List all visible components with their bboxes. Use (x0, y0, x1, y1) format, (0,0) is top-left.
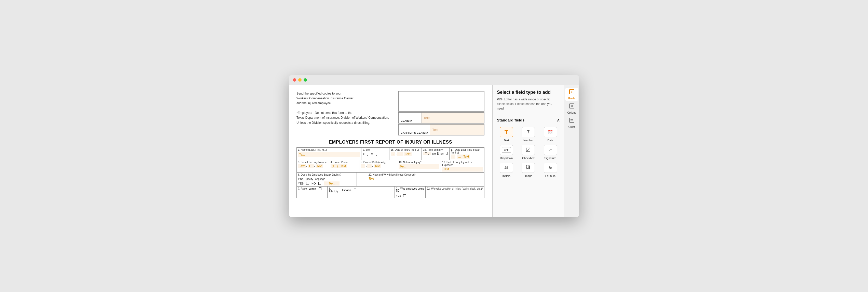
yes-checkbox[interactable] (306, 182, 309, 185)
dropdown-label: Dropdown (500, 156, 513, 159)
initials-icon: JS (500, 162, 513, 173)
minimize-button[interactable] (298, 78, 302, 81)
dropdown-icon: ≡▼ (500, 145, 513, 155)
field-type-text[interactable]: T Text (497, 127, 516, 142)
sex-m-label: M (371, 153, 373, 156)
phone-cell: 4. Home Phone (T...) Text (329, 160, 360, 172)
was-employee-yes: YES (396, 194, 401, 197)
claim-number-label: CLAIM # (399, 113, 422, 123)
formula-label: Formula (545, 174, 556, 177)
field-type-date[interactable]: 📅 Date (541, 127, 560, 142)
name-value: Text (299, 153, 305, 156)
ssn-val1[interactable]: Text (298, 164, 306, 168)
formula-icon: fx (544, 162, 557, 173)
instructions-text: Send the specified copies to your Worker… (297, 91, 393, 125)
was-employee-label: 21. Was employee doing his (396, 187, 424, 193)
phone-num[interactable]: Text (339, 164, 347, 168)
field-type-number[interactable]: 7 Number (519, 127, 538, 142)
text-icon: T (500, 127, 513, 137)
checkbox-icon: ☑ (522, 145, 535, 155)
name-label: 1. Name (Last, First, M.I.) (298, 148, 360, 151)
dob-val3[interactable]: Text (374, 164, 381, 168)
date-icon: 📅 (544, 127, 557, 137)
yes-label: YES (298, 182, 304, 185)
svg-rect-2 (569, 104, 574, 108)
date-lost-val3[interactable]: Text (462, 154, 470, 158)
field-type-signature[interactable]: ↗ Signature (541, 145, 560, 159)
ssn-val2[interactable]: T... (308, 164, 314, 168)
hispanic-label: Hispanic (341, 189, 351, 192)
nature-injury-value: Text (400, 165, 405, 168)
field-type-checkbox[interactable]: ☑ Checkbox (519, 145, 538, 159)
checkbox-label: Checkbox (522, 156, 535, 159)
inst-line6: Texas Department of Insurance, Division … (297, 116, 389, 119)
claim-number-field[interactable]: Text (422, 113, 484, 123)
nav-order[interactable]: Order (565, 116, 579, 130)
race-white-checkbox[interactable] (319, 187, 321, 190)
nature-injury-cell: 18. Nature of Injury* Text (397, 160, 441, 172)
close-button[interactable] (293, 78, 296, 81)
carrier-claim-field[interactable]: Text (430, 124, 484, 135)
form-row-2: 3. Social Security Number Text - T... - … (297, 160, 484, 173)
sidebar-description: PDF Editor has a wide range of specific … (497, 97, 560, 111)
claim-number-row: CLAIM # Text (398, 112, 485, 123)
phone-area[interactable]: (T...) (331, 164, 339, 168)
dob-val1[interactable]: ... (361, 164, 365, 168)
phone-label: 4. Home Phone (331, 161, 358, 164)
was-employee-yes-checkbox[interactable] (403, 194, 406, 197)
sex-f-label: F (363, 153, 365, 156)
hispanic-checkbox[interactable] (354, 189, 356, 191)
am-label: am (432, 152, 436, 155)
date-lost-cell: 17. Date Lost Time Began (m-d-y) ... - .… (450, 148, 484, 160)
carrier-claim-label: CARRIER'S CLAIM # (399, 124, 430, 135)
no-checkbox[interactable] (318, 182, 321, 185)
svg-text:T: T (570, 90, 572, 94)
nav-options[interactable]: Options (565, 102, 579, 115)
fields-grid: T Text 7 Number 📅 Date (493, 125, 564, 181)
field-type-dropdown[interactable]: ≡▼ Dropdown (497, 145, 516, 159)
inst-line5: *Employers - Do not send this form to th… (297, 111, 352, 115)
date-lost-val1[interactable]: ... (451, 154, 455, 158)
dob-val2[interactable]: ... (367, 164, 372, 168)
no-label: NO (311, 182, 316, 185)
image-icon: 🖼 (522, 162, 535, 173)
number-label: Number (523, 139, 533, 142)
signature-icon: ↗ (544, 145, 557, 155)
name-cell: 1. Name (Last, First, M.I.) Text (297, 148, 362, 160)
am-checkbox[interactable] (437, 152, 439, 155)
body-part-field[interactable]: Text (442, 167, 483, 172)
race-label: 7. Race (298, 187, 307, 190)
pm-label: pm (440, 152, 444, 155)
initials-label: Initials (502, 174, 510, 177)
pdf-area: Send the specified copies to your Worker… (289, 85, 492, 217)
field-type-initials[interactable]: JS Initials (497, 162, 516, 177)
race-cell: 7. Race White (297, 186, 328, 198)
specify-lang-label: If No, Specify Language (298, 178, 325, 180)
ssn-cell: 3. Social Security Number Text - T... - … (297, 160, 329, 172)
date-injury-val2[interactable]: T... (397, 152, 403, 156)
date-lost-val2[interactable]: ... (457, 154, 462, 158)
inst-line1: Send the specified copies to your (297, 92, 342, 95)
ssn-val3[interactable]: Text (316, 164, 323, 168)
form-row-1: 1. Name (Last, First, M.I.) Text 2. Sex … (297, 148, 484, 160)
maximize-button[interactable] (304, 78, 307, 81)
name-field[interactable]: Text (298, 152, 360, 157)
lang-value: Text (329, 182, 334, 185)
form-row-3: 6. Does the Employee Speak English? If N… (297, 173, 484, 186)
date-injury-val1[interactable]: ... (391, 152, 395, 156)
image-label: Image (524, 174, 532, 177)
pm-checkbox[interactable] (446, 152, 447, 155)
nature-injury-field[interactable]: Text (399, 164, 439, 169)
field-type-formula[interactable]: fx Formula (541, 162, 560, 177)
date-injury-val3[interactable]: Text (404, 152, 411, 156)
how-why-value[interactable]: Text (369, 177, 483, 181)
chevron-up-icon[interactable]: ∧ (557, 118, 560, 122)
lang-field[interactable]: Text (324, 181, 340, 185)
fields-nav-label: Fields (568, 97, 575, 100)
field-type-image[interactable]: 🖼 Image (519, 162, 538, 177)
nav-fields[interactable]: T Fields (565, 88, 579, 101)
time-injury-value[interactable]: T... (423, 152, 431, 155)
sex-m-checkbox[interactable] (376, 153, 377, 155)
sex-f-checkbox[interactable] (367, 153, 368, 155)
worksite-cell: 22. Worksite Location of Injury (stairs,… (426, 186, 484, 198)
